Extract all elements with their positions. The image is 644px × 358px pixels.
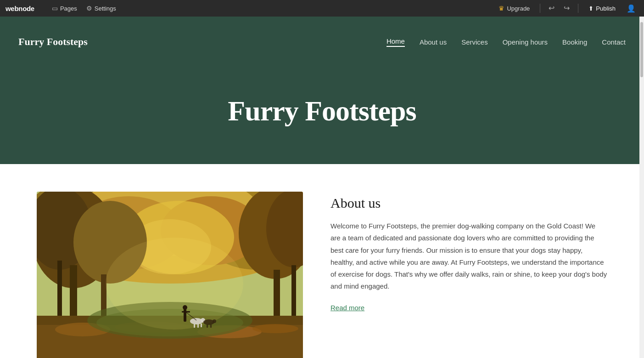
svg-rect-41 <box>37 192 303 358</box>
upgrade-button[interactable]: ♛ Upgrade <box>494 3 534 14</box>
about-title: About us <box>330 195 607 211</box>
content-section: About us Welcome to Furry Footsteps, the… <box>0 164 644 358</box>
about-content: About us Welcome to Furry Footsteps, the… <box>330 192 607 312</box>
nav-home[interactable]: Home <box>386 37 405 47</box>
park-image <box>37 192 303 358</box>
toolbar-divider <box>540 4 540 13</box>
settings-label: Settings <box>95 5 116 12</box>
settings-button[interactable]: ⚙ Settings <box>83 3 120 14</box>
about-body: Welcome to Furry Footsteps, the premier … <box>330 220 607 293</box>
pages-label: Pages <box>60 5 77 12</box>
toolbar-divider-2 <box>578 4 578 13</box>
pages-icon: ▭ <box>52 5 58 12</box>
hero-section: Furry Footsteps <box>0 67 644 164</box>
park-svg <box>37 192 303 358</box>
settings-icon: ⚙ <box>86 5 92 12</box>
undo-button[interactable]: ↩ <box>546 3 557 14</box>
toolbar-nav: ▭ Pages ⚙ Settings <box>48 3 120 14</box>
site-logo[interactable]: Furry Footsteps <box>18 36 88 48</box>
hero-title: Furry Footsteps <box>228 95 416 127</box>
nav-booking[interactable]: Booking <box>562 38 587 46</box>
publish-icon: ⬆ <box>588 5 594 12</box>
upgrade-label: Upgrade <box>507 5 530 12</box>
nav-opening-hours[interactable]: Opening hours <box>503 38 548 46</box>
redo-button[interactable]: ↪ <box>561 3 572 14</box>
user-button[interactable]: 👤 <box>624 2 638 15</box>
toolbar: webnode ▭ Pages ⚙ Settings ♛ Upgrade ↩ ↪… <box>0 0 644 17</box>
toolbar-right: ♛ Upgrade ↩ ↪ ⬆ Publish 👤 <box>494 2 638 15</box>
crown-icon: ♛ <box>498 5 504 12</box>
scrollbar[interactable] <box>639 17 644 358</box>
publish-button[interactable]: ⬆ Publish <box>584 3 620 14</box>
pages-button[interactable]: ▭ Pages <box>48 3 81 14</box>
scrollbar-thumb[interactable] <box>640 22 643 77</box>
read-more-link[interactable]: Read more <box>330 304 364 312</box>
site-nav: Home About us Services Opening hours Boo… <box>386 37 626 47</box>
site-header: Furry Footsteps Home About us Services O… <box>0 17 644 67</box>
nav-about[interactable]: About us <box>420 38 447 46</box>
webnode-logo: webnode <box>6 5 34 12</box>
nav-contact[interactable]: Contact <box>602 38 626 46</box>
nav-services[interactable]: Services <box>461 38 488 46</box>
publish-label: Publish <box>596 5 616 12</box>
